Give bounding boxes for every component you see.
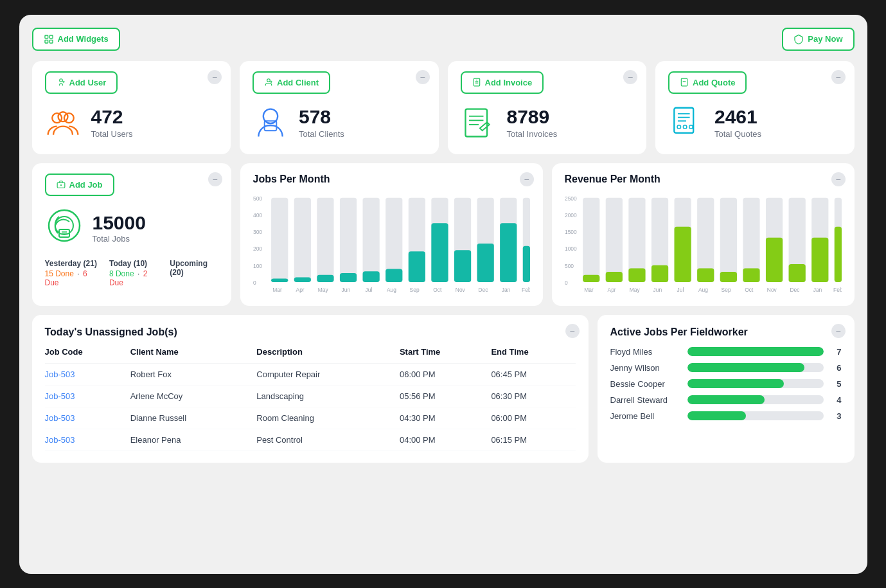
description-cell: Pest Control [256,429,400,450]
client-icon [253,105,288,141]
fieldworker-name: Jerome Bell [610,411,681,421]
client-add-icon [264,78,273,87]
start-time-cell: 05:56 PM [400,385,491,407]
svg-text:Jul: Jul [677,287,684,293]
svg-text:Nov: Nov [766,287,777,293]
svg-point-4 [59,79,62,82]
minimize-users[interactable]: − [208,70,222,84]
fieldworker-count: 5 [830,379,842,389]
svg-text:100: 100 [253,262,262,269]
invoice-add-icon [472,78,481,87]
svg-rect-67 [431,223,448,282]
fieldworker-row: Jerome Bell 3 [610,411,842,421]
svg-text:Apr: Apr [607,287,616,293]
add-quote-button[interactable]: Add Quote [668,71,747,94]
table-row: Job-503 Eleanor Pena Pest Control 04:00 … [45,429,576,450]
fieldworker-bar-bg [687,395,824,404]
jobs-chart-card: − Jobs Per Month 500 400 300 200 100 0 [240,163,543,306]
job-code-cell[interactable]: Job-503 [45,429,130,450]
minimize-quotes[interactable]: − [831,70,846,84]
svg-text:Mar: Mar [272,287,282,293]
minimize-clients[interactable]: − [416,70,430,84]
svg-text:Feb: Feb [833,287,842,293]
client-name-cell: Arlene McCoy [130,385,257,407]
svg-text:Oct: Oct [433,287,442,293]
svg-text:400: 400 [253,211,262,218]
svg-rect-105 [651,265,668,281]
fieldworker-bar-fill [687,411,746,420]
svg-rect-25 [681,78,687,86]
stat-card-users: − Add User 472 Total Users [32,61,231,154]
fieldworker-count: 7 [830,347,842,357]
add-client-button[interactable]: Add Client [253,71,330,94]
add-job-button[interactable]: Add Job [45,174,114,196]
start-time-cell: 04:00 PM [400,429,491,450]
svg-rect-110 [765,237,782,281]
col-end-time: End Time [491,347,575,364]
client-name-cell: Robert Fox [130,363,257,385]
svg-rect-50 [317,197,333,281]
description-cell: Room Cleaning [256,407,400,429]
end-time-cell: 06:00 PM [491,407,575,429]
fieldworker-list: Floyd Miles 7 Jenny Wilson 6 Bessie Coop… [610,347,842,421]
job-code-cell[interactable]: Job-503 [45,363,130,385]
fieldworker-count: 3 [830,411,842,421]
minimize-revenue-chart[interactable]: − [831,172,846,186]
svg-rect-0 [45,35,48,39]
fieldworker-bar-fill [687,379,784,388]
jobs-chart-svg: 500 400 300 200 100 0 [253,193,530,296]
minimize-fieldworker[interactable]: − [831,324,846,338]
svg-text:0: 0 [565,279,568,285]
svg-rect-60 [271,278,288,282]
svg-text:200: 200 [253,245,262,252]
minimize-invoices[interactable]: − [623,70,637,84]
col-description: Description [256,347,400,364]
start-time-cell: 04:30 PM [400,407,491,429]
stat-card-quotes: − Add Quote 2461 Total Quotes [655,61,855,154]
job-code-cell[interactable]: Job-503 [45,407,130,429]
svg-rect-111 [788,263,805,281]
svg-rect-66 [408,251,425,282]
svg-rect-104 [628,268,645,282]
job-add-icon [57,180,66,189]
add-widgets-button[interactable]: Add Widgets [32,28,120,51]
minimize-table[interactable]: − [565,324,580,338]
job-code-cell[interactable]: Job-503 [45,385,130,407]
svg-rect-108 [720,272,736,282]
svg-text:Mar: Mar [584,287,594,293]
shield-icon [793,34,804,44]
col-client-name: Client Name [130,347,257,364]
stats-row: − Add User 472 Total Users [32,61,855,154]
fieldworker-count: 4 [830,395,842,405]
add-user-button[interactable]: Add User [45,71,118,94]
svg-text:Apr: Apr [296,287,304,293]
revenue-chart-svg: 2500 2000 1500 1000 500 0 [565,193,842,296]
svg-text:Feb: Feb [522,287,530,293]
fieldworker-count: 6 [830,363,842,373]
svg-text:Aug: Aug [698,287,708,293]
description-cell: Computer Repair [256,363,400,385]
svg-point-33 [689,125,693,129]
svg-text:Jun: Jun [653,287,662,293]
fieldworker-bar-bg [687,411,824,420]
fieldworker-bar-bg [687,363,824,372]
svg-rect-64 [362,271,379,282]
svg-text:Sep: Sep [409,287,419,293]
start-time-cell: 06:00 PM [400,363,491,385]
fieldworker-name: Darrell Steward [610,395,681,405]
svg-rect-102 [583,274,599,281]
svg-rect-107 [697,268,714,282]
svg-rect-69 [477,244,493,282]
add-invoice-button[interactable]: Add Invoice [461,71,544,94]
minimize-jobs-chart[interactable]: − [520,172,534,186]
svg-rect-65 [385,269,402,282]
svg-text:Dec: Dec [478,287,488,293]
bottom-row: − Today's Unassigned Job(s) Job Code Cli… [32,315,855,463]
col-job-code: Job Code [45,347,130,364]
jobs-bar-chart: 500 400 300 200 100 0 [253,193,530,296]
pay-now-button[interactable]: Pay Now [782,28,854,51]
minimize-jobs[interactable]: − [208,172,222,186]
table-row: Job-503 Dianne Russell Room Cleaning 04:… [45,407,576,429]
svg-text:0: 0 [253,279,256,285]
fieldworker-bar-bg [687,347,824,356]
